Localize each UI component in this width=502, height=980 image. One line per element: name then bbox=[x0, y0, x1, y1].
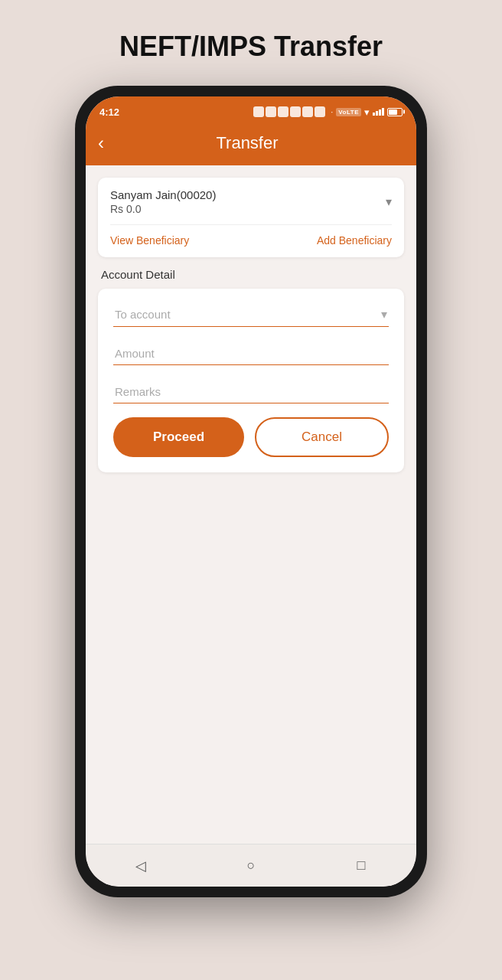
signal-icon bbox=[373, 108, 384, 116]
back-nav-icon[interactable]: ◁ bbox=[131, 856, 151, 876]
account-detail-card: To account ▾ Proceed Cancel bbox=[98, 289, 404, 472]
to-account-row[interactable]: To account ▾ bbox=[113, 301, 389, 327]
account-selector-row[interactable]: Sanyam Jain(00020) Rs 0.0 ▾ bbox=[110, 188, 392, 225]
action-buttons: Proceed Cancel bbox=[113, 417, 389, 457]
signal-bar-2 bbox=[376, 111, 378, 116]
notif-icon-2 bbox=[266, 106, 276, 117]
notif-icon-5 bbox=[302, 106, 313, 117]
recent-nav-icon[interactable]: □ bbox=[351, 856, 371, 876]
phone-device: 4:12 · VoLTE ▾ bbox=[75, 86, 427, 897]
account-balance: Rs 0.0 bbox=[110, 203, 216, 215]
notif-icon-6 bbox=[315, 106, 325, 117]
status-icons: · VoLTE ▾ bbox=[253, 106, 403, 118]
bottom-nav: ◁ ○ □ bbox=[86, 844, 416, 887]
to-account-arrow: ▾ bbox=[381, 307, 387, 322]
status-bar: 4:12 · VoLTE ▾ bbox=[86, 96, 416, 124]
notification-icons bbox=[253, 106, 325, 117]
section-label: Account Detail bbox=[98, 268, 404, 281]
account-selector-card: Sanyam Jain(00020) Rs 0.0 ▾ View Benefic… bbox=[98, 178, 404, 257]
header-title: Transfer bbox=[116, 133, 378, 153]
notif-icon-3 bbox=[278, 106, 288, 117]
cancel-button[interactable]: Cancel bbox=[255, 417, 389, 457]
view-beneficiary-link[interactable]: View Beneficiary bbox=[110, 234, 189, 247]
account-actions: View Beneficiary Add Beneficiary bbox=[110, 225, 392, 247]
battery-fill bbox=[389, 109, 397, 115]
notif-icon-4 bbox=[290, 106, 301, 117]
wifi-icon: ▾ bbox=[364, 106, 370, 118]
content-area: Sanyam Jain(00020) Rs 0.0 ▾ View Benefic… bbox=[86, 165, 416, 844]
dot-separator: · bbox=[331, 107, 333, 116]
signal-bar-3 bbox=[379, 109, 381, 116]
app-header: ‹ Transfer bbox=[86, 124, 416, 165]
phone-screen: 4:12 · VoLTE ▾ bbox=[86, 96, 416, 887]
notif-icon-1 bbox=[253, 106, 264, 117]
amount-group bbox=[113, 341, 389, 365]
account-name: Sanyam Jain(00020) bbox=[110, 188, 216, 201]
back-button[interactable]: ‹ bbox=[98, 134, 104, 152]
status-time: 4:12 bbox=[99, 106, 119, 118]
remarks-input[interactable] bbox=[113, 379, 389, 403]
proceed-button[interactable]: Proceed bbox=[113, 417, 244, 457]
account-info: Sanyam Jain(00020) Rs 0.0 bbox=[110, 188, 216, 215]
account-dropdown-arrow: ▾ bbox=[386, 194, 392, 209]
remarks-group bbox=[113, 379, 389, 403]
signal-bar-1 bbox=[373, 113, 375, 116]
to-account-placeholder: To account bbox=[115, 308, 381, 321]
signal-bar-4 bbox=[382, 108, 384, 116]
home-nav-icon[interactable]: ○ bbox=[241, 856, 261, 876]
add-beneficiary-link[interactable]: Add Beneficiary bbox=[317, 234, 392, 247]
battery-icon bbox=[387, 108, 403, 116]
volte-badge: VoLTE bbox=[336, 108, 361, 116]
amount-input[interactable] bbox=[113, 341, 389, 365]
page-title: NEFT/IMPS Transfer bbox=[119, 31, 383, 63]
